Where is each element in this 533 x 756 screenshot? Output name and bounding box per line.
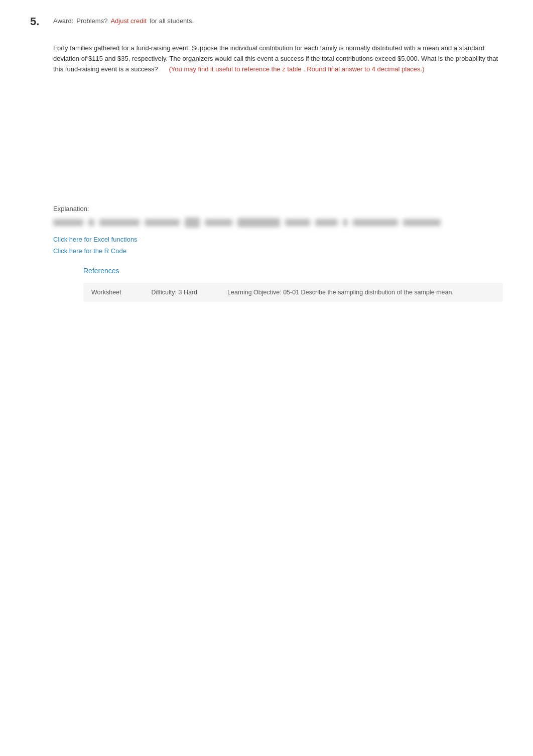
question-body: Forty families gathered for a fund-raisi… (53, 43, 503, 74)
question-header: 5. Award: Problems? Adjust credit for al… (30, 15, 503, 28)
z-table-link[interactable]: the z table (272, 65, 302, 73)
page-container: 5. Award: Problems? Adjust credit for al… (0, 0, 533, 332)
ref-worksheet: Worksheet (91, 289, 121, 296)
explanation-section: Explanation: Click here for Excel functi… (53, 205, 503, 302)
question-number: 5. (30, 15, 45, 28)
ref-difficulty: Difficulty: 3 Hard (152, 289, 197, 296)
blurred-item (237, 218, 280, 227)
problems-label: Problems? (76, 17, 107, 25)
blurred-item (145, 219, 180, 226)
question-text: Forty families gathered for a fund-raisi… (53, 43, 503, 74)
references-table: Worksheet Difficulty: 3 Hard Learning Ob… (83, 283, 503, 302)
blurred-item (343, 219, 348, 226)
award-label: Award: (53, 17, 73, 25)
references-label[interactable]: References (83, 267, 503, 275)
r-code-link[interactable]: Click here for the R Code (53, 247, 503, 255)
question-meta: Award: Problems? Adjust credit for all s… (53, 17, 194, 25)
references-section: References Worksheet Difficulty: 3 Hard … (83, 267, 503, 302)
blurred-item (99, 219, 140, 226)
explanation-label: Explanation: (53, 205, 503, 212)
hint-text: (You may find it useful to reference the… (169, 65, 425, 73)
blurred-item (353, 219, 398, 226)
blurred-item (403, 219, 441, 226)
adjust-credit-link[interactable]: Adjust credit (110, 17, 147, 25)
blurred-content (53, 218, 503, 228)
blurred-item (185, 218, 200, 228)
blurred-item (315, 219, 338, 226)
blurred-item (205, 219, 232, 226)
blurred-item (88, 219, 94, 226)
for-all-students-label: for all students. (150, 17, 194, 25)
blurred-item (285, 219, 310, 226)
ref-learning-objective: Learning Objective: 05-01 Describe the s… (227, 289, 454, 296)
blurred-item (53, 219, 83, 226)
excel-functions-link[interactable]: Click here for Excel functions (53, 236, 503, 243)
